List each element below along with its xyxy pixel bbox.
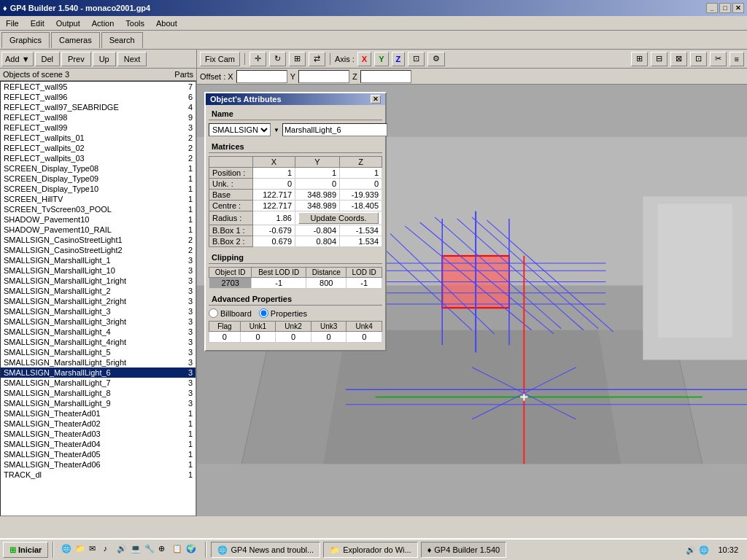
name-value-input[interactable] bbox=[282, 123, 387, 136]
list-item[interactable]: SMALLSIGN_MarshallLight_5right3 bbox=[1, 357, 196, 368]
icon7[interactable]: 🔧 bbox=[144, 544, 156, 556]
list-item[interactable]: SHADOW_Pavement101 bbox=[1, 214, 196, 225]
list-item[interactable]: SCREEN_HillTV1 bbox=[1, 194, 196, 204]
list-item[interactable]: SCREEN_Display_Type101 bbox=[1, 184, 196, 194]
list-item[interactable]: SHADOW_Pavement10_RAIL1 bbox=[1, 225, 196, 235]
tab-cameras[interactable]: Cameras bbox=[51, 32, 100, 48]
list-item[interactable]: SCREEN_TvScreen03_POOL1 bbox=[1, 204, 196, 214]
menu-tools[interactable]: Tools bbox=[120, 18, 150, 29]
list-item[interactable]: SMALLSIGN_TheaterAd051 bbox=[1, 449, 196, 459]
list-item[interactable]: REFLECT_wall966 bbox=[1, 92, 196, 102]
list-item[interactable]: SMALLSIGN_MarshallLight_4right3 bbox=[1, 337, 196, 347]
up-button[interactable]: Up bbox=[93, 52, 116, 66]
billboard-radio[interactable] bbox=[209, 308, 218, 318]
taskbar-item-gp4builder[interactable]: ♦ GP4 Builder 1.540 bbox=[421, 542, 507, 558]
list-item[interactable]: SMALLSIGN_CasinoStreetLight22 bbox=[1, 245, 196, 255]
prev-button[interactable]: Prev bbox=[61, 52, 91, 66]
fix-cam-button[interactable]: Fix Cam bbox=[200, 52, 240, 66]
vp-btn1[interactable]: ⊞ bbox=[631, 52, 648, 66]
offset-y-input[interactable] bbox=[298, 70, 349, 83]
icon8[interactable]: ⊕ bbox=[158, 544, 170, 556]
list-item[interactable]: SMALLSIGN_CasinoStreetLight12 bbox=[1, 235, 196, 245]
list-item[interactable]: SMALLSIGN_MarshallLight_3right3 bbox=[1, 316, 196, 327]
tab-search[interactable]: Search bbox=[101, 32, 143, 48]
del-button[interactable]: Del bbox=[35, 52, 61, 66]
taskbar-item-explorer[interactable]: 📁 Explorador do Wi... bbox=[323, 542, 418, 558]
tab-graphics[interactable]: Graphics bbox=[1, 32, 50, 48]
minimize-button[interactable]: _ bbox=[706, 3, 718, 13]
menu-file[interactable]: File bbox=[0, 18, 25, 29]
billboard-radio-label[interactable]: Billboard bbox=[209, 308, 252, 318]
list-item[interactable]: REFLECT_wall993 bbox=[1, 122, 196, 133]
list-item[interactable]: REFLECT_wall989 bbox=[1, 112, 196, 122]
icon5[interactable]: 🔊 bbox=[117, 544, 128, 556]
offset-z-input[interactable] bbox=[360, 70, 411, 83]
attr-panel-close[interactable]: ✕ bbox=[371, 95, 381, 104]
vp-btn2[interactable]: ⊟ bbox=[651, 52, 667, 66]
menu-edit[interactable]: Edit bbox=[25, 18, 50, 29]
vp-btn6[interactable]: ≡ bbox=[729, 52, 744, 66]
list-item[interactable]: SMALLSIGN_TheaterAd011 bbox=[1, 408, 196, 419]
start-button[interactable]: ⊞ Iniciar bbox=[3, 542, 48, 558]
rotate-tool-button[interactable]: ↻ bbox=[269, 52, 286, 66]
vp-btn3[interactable]: ⊠ bbox=[670, 52, 687, 66]
menu-output[interactable]: Output bbox=[50, 18, 86, 29]
z-axis-button[interactable]: Z bbox=[392, 52, 406, 66]
update-coords-button[interactable]: Update Coords. bbox=[298, 212, 379, 224]
list-item[interactable]: SMALLSIGN_TheaterAd021 bbox=[1, 419, 196, 429]
offset-x-input[interactable] bbox=[236, 70, 287, 83]
list-item[interactable]: SCREEN_Display_Type091 bbox=[1, 174, 196, 184]
list-item[interactable]: SMALLSIGN_MarshallLight_83 bbox=[1, 388, 196, 398]
wireframe-button[interactable]: ⊡ bbox=[408, 52, 425, 66]
flip-tool-button[interactable]: ⇄ bbox=[309, 52, 325, 66]
list-item[interactable]: SMALLSIGN_MarshallLight_13 bbox=[1, 255, 196, 265]
list-item-parts: 3 bbox=[171, 399, 193, 408]
list-item[interactable]: TRACK_dl1 bbox=[1, 470, 196, 480]
list-item[interactable]: REFLECT_wall957 bbox=[1, 82, 196, 92]
list-item[interactable]: SCREEN_Display_Type081 bbox=[1, 163, 196, 174]
menu-action[interactable]: Action bbox=[86, 18, 120, 29]
list-item[interactable]: SMALLSIGN_MarshallLight_73 bbox=[1, 378, 196, 388]
list-item[interactable]: SMALLSIGN_MarshallLight_23 bbox=[1, 286, 196, 296]
list-item[interactable]: SMALLSIGN_MarshallLight_33 bbox=[1, 306, 196, 316]
list-item[interactable]: REFLECT_wallpits_012 bbox=[1, 133, 196, 143]
list-item[interactable]: SMALLSIGN_MarshallLight_53 bbox=[1, 347, 196, 357]
properties-radio-label[interactable]: Properties bbox=[259, 308, 307, 318]
object-list[interactable]: REFLECT_wall957REFLECT_wall966REFLECT_wa… bbox=[0, 81, 196, 516]
icon10[interactable]: 🌍 bbox=[186, 544, 198, 556]
list-item[interactable]: REFLECT_wall97_SEABRIDGE4 bbox=[1, 102, 196, 112]
x-axis-button[interactable]: X bbox=[357, 52, 371, 66]
next-button[interactable]: Next bbox=[117, 52, 147, 66]
list-item[interactable]: REFLECT_wallpits_022 bbox=[1, 143, 196, 153]
mail-icon[interactable]: ✉ bbox=[89, 544, 101, 556]
list-item[interactable]: REFLECT_wallpits_032 bbox=[1, 153, 196, 163]
list-item[interactable]: SMALLSIGN_MarshallLight_93 bbox=[1, 398, 196, 408]
ie-icon[interactable]: 🌐 bbox=[61, 544, 73, 556]
y-axis-button[interactable]: Y bbox=[374, 52, 388, 66]
list-item[interactable]: SMALLSIGN_TheaterAd031 bbox=[1, 429, 196, 439]
media-icon[interactable]: ♪ bbox=[103, 544, 115, 556]
scale-tool-button[interactable]: ⊞ bbox=[289, 52, 306, 66]
list-item[interactable]: SMALLSIGN_MarshallLight_103 bbox=[1, 265, 196, 276]
list-item-name: SMALLSIGN_MarshallLight_5right bbox=[4, 358, 171, 367]
vp-btn5[interactable]: ✂ bbox=[710, 52, 727, 66]
maximize-button[interactable]: □ bbox=[719, 3, 731, 13]
add-button[interactable]: Add ▼ bbox=[1, 52, 34, 66]
list-item[interactable]: SMALLSIGN_TheaterAd041 bbox=[1, 439, 196, 449]
properties-radio[interactable] bbox=[259, 308, 268, 318]
list-item[interactable]: SMALLSIGN_MarshallLight_2right3 bbox=[1, 296, 196, 306]
move-tool-button[interactable]: ✛ bbox=[249, 52, 266, 66]
list-item[interactable]: SMALLSIGN_MarshallLight_63 bbox=[1, 368, 196, 378]
icon6[interactable]: 💻 bbox=[131, 544, 142, 556]
name-type-select[interactable]: SMALLSIGN bbox=[209, 123, 271, 136]
icon9[interactable]: 📋 bbox=[172, 544, 184, 556]
settings-button[interactable]: ⚙ bbox=[427, 52, 445, 66]
taskbar-item-gp4news[interactable]: 🌐 GP4 News and troubl... bbox=[211, 542, 320, 558]
list-item[interactable]: SMALLSIGN_TheaterAd061 bbox=[1, 459, 196, 470]
vp-btn4[interactable]: ⊡ bbox=[690, 52, 707, 66]
list-item[interactable]: SMALLSIGN_MarshallLight_1right3 bbox=[1, 276, 196, 286]
folder-icon[interactable]: 📁 bbox=[75, 544, 87, 556]
list-item[interactable]: SMALLSIGN_MarshallLight_43 bbox=[1, 327, 196, 337]
close-button[interactable]: ✕ bbox=[732, 3, 744, 13]
menu-about[interactable]: About bbox=[150, 18, 183, 29]
